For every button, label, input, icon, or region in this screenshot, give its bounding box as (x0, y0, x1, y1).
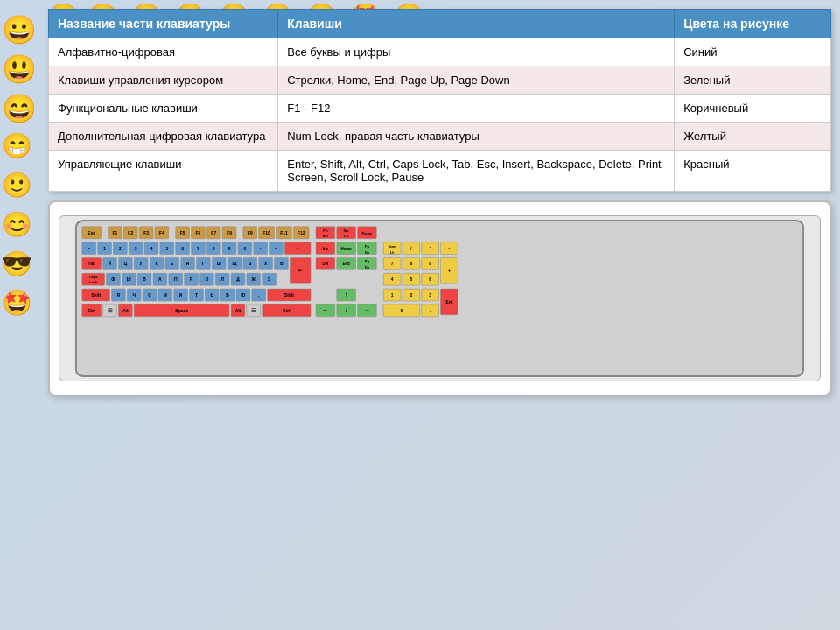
svg-text:Ю: Ю (241, 293, 245, 298)
cell-keys: Все буквы и цифры (278, 38, 675, 66)
svg-text:4: 4 (150, 247, 153, 251)
svg-text:3: 3 (135, 247, 137, 251)
svg-text:F4: F4 (159, 231, 164, 235)
svg-text:☰: ☰ (251, 308, 256, 313)
cell-keys: F1 - F12 (278, 94, 675, 122)
svg-text:4: 4 (391, 277, 394, 282)
svg-text:Lk: Lk (390, 250, 395, 255)
svg-text:Д: Д (236, 277, 240, 282)
svg-text:Я: Я (117, 293, 121, 298)
col-header-keys: Клавиши (278, 10, 675, 38)
svg-text:*: * (430, 247, 431, 251)
svg-text:↵: ↵ (298, 269, 302, 273)
cell-part: Функциональные клавиши (49, 94, 278, 122)
svg-text:Ъ: Ъ (279, 262, 284, 266)
svg-text:Б: Б (226, 293, 229, 298)
svg-text:0: 0 (243, 247, 246, 251)
svg-text:=: = (275, 247, 277, 251)
svg-text:О: О (205, 277, 208, 282)
cell-keys: Num Lock, правая часть клавиатуры (278, 122, 675, 150)
svg-text:2: 2 (119, 247, 122, 251)
svg-text:Alt: Alt (235, 309, 242, 313)
table-row: Дополнительная цифровая клавиатураNum Lo… (49, 122, 831, 150)
svg-text:Л: Л (220, 277, 224, 282)
keyboard-image-container: Esc F1 F2 F3 F4 F5 F6 F7 F8 F9 F10 F11 F… (48, 200, 831, 396)
svg-text:Т: Т (195, 293, 198, 298)
svg-text:Э: Э (268, 277, 271, 282)
svg-text:А: А (158, 277, 162, 282)
keyboard-parts-table: Название части клавиатуры Клавиши Цвета … (48, 9, 831, 192)
table-row: Управляющие клавишиEnter, Shift, Alt, Ct… (49, 150, 831, 192)
svg-text:F5: F5 (180, 231, 186, 235)
svg-text:М: М (164, 293, 167, 298)
svg-text:F8: F8 (227, 231, 232, 235)
svg-text:3: 3 (429, 293, 431, 298)
svg-text:Lock: Lock (89, 280, 98, 284)
svg-text:6: 6 (429, 277, 431, 282)
svg-text:Shift: Shift (91, 293, 101, 298)
cell-color: Красный (675, 150, 831, 192)
svg-text:6: 6 (181, 247, 184, 251)
table-row: Алфавитно-цифроваяВсе буквы и цифрыСиний (49, 38, 831, 66)
svg-text:Alt: Alt (122, 309, 129, 313)
svg-text:↓: ↓ (345, 306, 348, 314)
svg-text:Ins: Ins (323, 247, 329, 251)
svg-text:8: 8 (213, 247, 215, 251)
col-header-color: Цвета на рисунке (675, 10, 831, 38)
svg-text:7: 7 (391, 262, 394, 266)
svg-text:2: 2 (410, 293, 412, 298)
svg-text:Lk: Lk (344, 234, 348, 238)
cell-color: Зеленый (675, 66, 831, 94)
svg-text:Ctrl: Ctrl (88, 309, 95, 313)
svg-text:В: В (143, 277, 146, 282)
svg-text:~: ~ (88, 247, 90, 251)
svg-text:F6: F6 (196, 231, 201, 235)
svg-text:F11: F11 (280, 231, 288, 235)
svg-text:←: ← (322, 306, 329, 314)
cell-keys: Стрелки, Home, End, Page Up, Page Down (278, 66, 675, 94)
svg-text:←: ← (296, 247, 300, 251)
table-row: Функциональные клавишиF1 - F12Коричневый (49, 94, 831, 122)
svg-text:З: З (248, 262, 251, 266)
svg-text:9: 9 (228, 247, 231, 251)
svg-text:End: End (342, 262, 350, 266)
svg-text:Ц: Ц (124, 262, 128, 266)
svg-text:F10: F10 (262, 231, 270, 235)
svg-text:Dn: Dn (365, 265, 370, 270)
svg-text:→: → (363, 306, 370, 314)
svg-text:Ч: Ч (132, 293, 136, 298)
table-row: Клавиши управления курсоромСтрелки, Home… (49, 66, 831, 94)
svg-text:Ж: Ж (251, 277, 256, 282)
svg-text:+: + (448, 269, 451, 273)
svg-text:Caps: Caps (89, 275, 98, 279)
svg-text:0: 0 (401, 309, 403, 313)
cell-keys: Enter, Shift, Alt, Ctrl, Caps Lock, Tab,… (278, 150, 675, 192)
svg-text:7: 7 (197, 247, 200, 251)
svg-text:Space: Space (175, 309, 188, 313)
svg-text:9: 9 (429, 262, 431, 266)
svg-text:Num: Num (388, 244, 396, 248)
svg-text:F9: F9 (248, 231, 253, 235)
cell-part: Управляющие клавиши (49, 150, 278, 192)
svg-text:F2: F2 (128, 231, 133, 235)
cell-part: Клавиши управления курсором (49, 66, 278, 94)
svg-text:П: П (174, 277, 178, 282)
svg-text:F12: F12 (298, 231, 305, 235)
svg-text:1: 1 (103, 247, 106, 251)
svg-text:Ent: Ent (445, 300, 452, 304)
keyboard-svg: Esc F1 F2 F3 F4 F5 F6 F7 F8 F9 F10 F11 F… (59, 215, 821, 382)
svg-text:Scr: Scr (343, 228, 349, 233)
svg-text:Home: Home (340, 247, 352, 251)
svg-text:Del: Del (322, 262, 328, 266)
svg-text:Pg: Pg (365, 259, 370, 263)
svg-text:Ь: Ь (210, 293, 214, 298)
svg-text:Щ: Щ (232, 262, 236, 266)
svg-text:И: И (179, 293, 183, 298)
col-header-part: Название части клавиатуры (49, 10, 278, 38)
svg-text:Scr: Scr (323, 234, 329, 238)
svg-text:1: 1 (391, 293, 394, 298)
cell-color: Коричневый (675, 94, 831, 122)
svg-text:5: 5 (410, 277, 412, 282)
svg-text:Shift: Shift (284, 293, 294, 298)
svg-text:Prt: Prt (323, 228, 328, 233)
